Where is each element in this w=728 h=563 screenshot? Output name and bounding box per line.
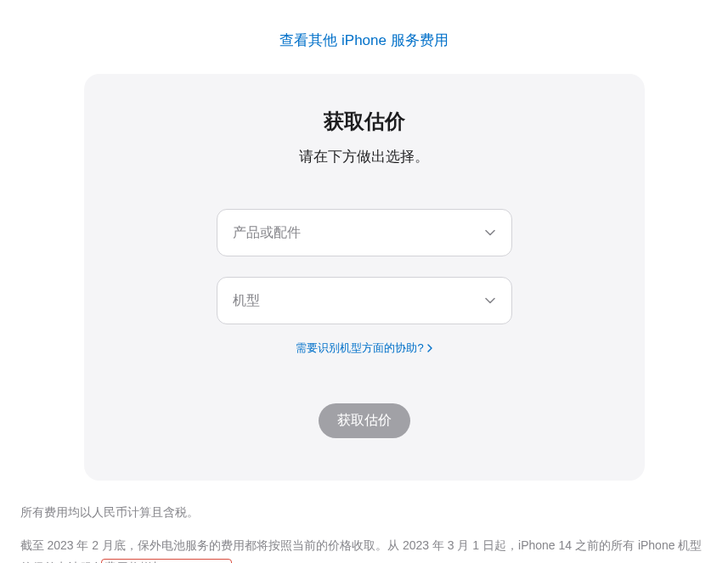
- card-subtitle: 请在下方做出选择。: [127, 147, 602, 166]
- help-link-label: 需要识别机型方面的协助?: [296, 341, 423, 356]
- footer-note-price-change: 截至 2023 年 2 月底，保外电池服务的费用都将按照当前的价格收取。从 20…: [20, 534, 708, 563]
- price-increase-highlight: 费用将增加 RMB 169。: [101, 559, 232, 563]
- footer-notes: 所有费用均以人民币计算且含税。 截至 2023 年 2 月底，保外电池服务的费用…: [12, 501, 717, 563]
- estimate-card: 获取估价 请在下方做出选择。 产品或配件 机型 需要识别机型方面的协助? 获取估…: [84, 74, 645, 481]
- product-select-wrap: 产品或配件: [217, 209, 512, 256]
- product-select[interactable]: 产品或配件: [217, 209, 512, 256]
- footer-note-tax: 所有费用均以人民币计算且含税。: [20, 501, 708, 524]
- card-title: 获取估价: [127, 108, 602, 135]
- other-service-fees-link[interactable]: 查看其他 iPhone 服务费用: [279, 32, 448, 48]
- chevron-down-icon: [484, 227, 496, 239]
- model-select[interactable]: 机型: [217, 277, 512, 324]
- model-select-placeholder: 机型: [233, 292, 260, 310]
- chevron-down-icon: [484, 295, 496, 307]
- top-link-wrap: 查看其他 iPhone 服务费用: [0, 0, 728, 74]
- model-select-wrap: 机型: [217, 277, 512, 324]
- submit-wrap: 获取估价: [127, 403, 602, 438]
- get-estimate-button[interactable]: 获取估价: [319, 403, 410, 438]
- chevron-right-icon: [427, 344, 432, 352]
- identify-model-help-link[interactable]: 需要识别机型方面的协助?: [296, 341, 432, 356]
- product-select-placeholder: 产品或配件: [233, 224, 301, 242]
